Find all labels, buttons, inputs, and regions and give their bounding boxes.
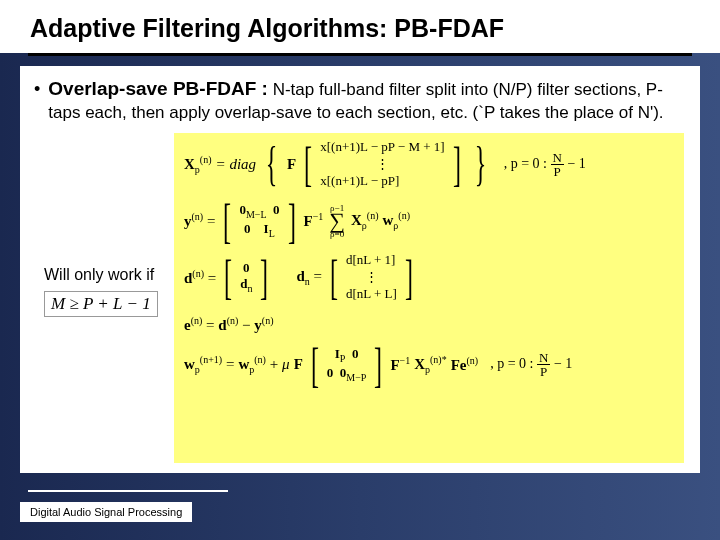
condition-formula: M ≥ P + L − 1 <box>44 291 158 317</box>
formula-block: Xp(n) = diag { F [ x[(n+1)L − pP − M + 1… <box>174 133 684 463</box>
bullet-text: Overlap-save PB-FDAF : N-tap full-band f… <box>48 76 686 125</box>
equation-4: e(n) = d(n) − y(n) <box>174 309 684 340</box>
equation-5: wp(n+1) = wp(n) + μ F [ IP 0 0 0M−P ] F−… <box>174 340 684 390</box>
bullet-item: • Overlap-save PB-FDAF : N-tap full-band… <box>34 76 686 125</box>
bullet-marker: • <box>34 78 40 101</box>
content-area: • Overlap-save PB-FDAF : N-tap full-band… <box>20 66 700 473</box>
title-underline <box>28 53 692 56</box>
equation-3: d(n) = [ 0 dn ] dn = [ d[nL + 1] ⋮ d[nL … <box>174 246 684 309</box>
equation-2: y(n) = [ 0M−L 0 0 IL ] F−1 ρ−1 ∑ ρ=0 Xρ(… <box>174 196 684 246</box>
condition-note: Will only work if <box>44 266 154 284</box>
slide-title: Adaptive Filtering Algorithms: PB-FDAF <box>0 0 720 53</box>
footer-divider <box>28 490 228 492</box>
footer-text: Digital Audio Signal Processing <box>20 502 192 522</box>
equation-1: Xp(n) = diag { F [ x[(n+1)L − pP − M + 1… <box>174 133 684 196</box>
bullet-lead: Overlap-save PB-FDAF : <box>48 78 268 99</box>
